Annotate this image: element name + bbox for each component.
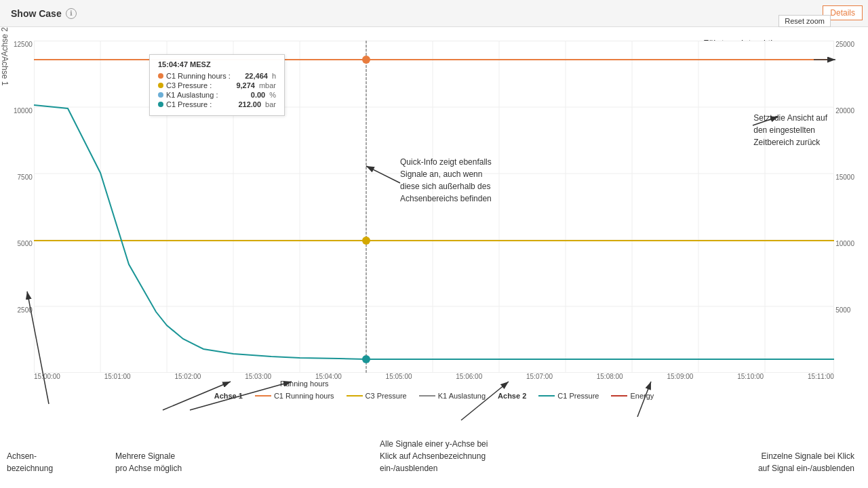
legend-c3-pressure[interactable]: C3 Pressure: [347, 392, 407, 400]
legend-energy[interactable]: Energy: [611, 392, 654, 400]
running-hours-label: Running hours: [280, 380, 329, 388]
legend-c1-pressure[interactable]: C1 Pressure: [538, 392, 599, 400]
svg-rect-0: [34, 41, 834, 373]
annotation-multi-signal: Mehrere Signalepro Achse möglich: [115, 450, 182, 474]
reset-zoom-button[interactable]: Reset zoom: [778, 15, 831, 27]
svg-point-23: [362, 56, 370, 64]
annotation-axis-label: Achsen-bezeichnung: [7, 450, 53, 474]
chart-area: 12500 10000 7500 5000 2500 25000 20000 1…: [0, 27, 868, 488]
y-axis-right-labels: 25000 20000 15000 10000 5000: [835, 41, 854, 373]
legend-axis2-label[interactable]: Achse 2: [498, 392, 526, 400]
page-title: Show Case: [11, 8, 62, 19]
y-axis-right-label: Achse 1: [0, 56, 9, 85]
x-axis-labels: 15:00:00 15:01:00 15:02:00 15:03:00 15:0…: [34, 373, 834, 380]
annotation-single-signal: Einzelne Signale bei Klickauf Signal ein…: [758, 450, 854, 474]
annotation-tooltip: Quick-Info zeigt ebenfallsSignale an, au…: [400, 156, 492, 205]
y-axis-left-labels: 12500 10000 7500 5000 2500: [14, 41, 33, 373]
annotation-all-signals: Alle Signale einer y-Achse beiKlick auf …: [380, 438, 488, 474]
svg-point-24: [362, 237, 370, 245]
legend-c1-running-hours[interactable]: C1 Running hours: [255, 392, 334, 400]
y-axis-left-label: Achse 2: [0, 27, 9, 56]
svg-point-25: [362, 355, 370, 363]
legend-k1-auslastung[interactable]: K1 Auslastung: [419, 392, 486, 400]
chart-legend: Achse 1 C1 Running hours C3 Pressure K1 …: [0, 392, 868, 400]
header: Show Case ℹ: [0, 0, 868, 27]
chart: [34, 41, 834, 373]
info-icon[interactable]: ℹ: [66, 8, 77, 19]
legend-axis1-label[interactable]: Achse 1: [214, 392, 243, 400]
annotation-reset-zoom: Setzt die Ansicht aufden eingestelltenZe…: [753, 112, 827, 148]
